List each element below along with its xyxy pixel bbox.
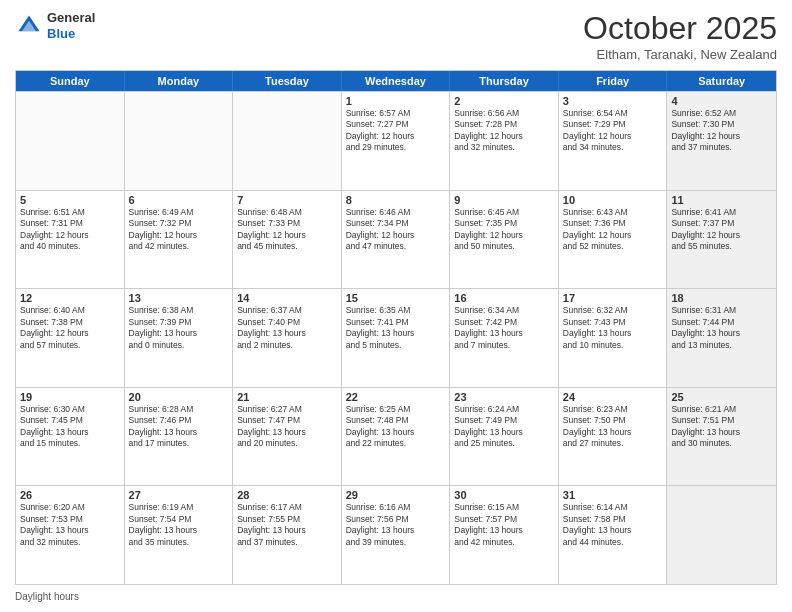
cal-cell-3-4: 23Sunrise: 6:24 AM Sunset: 7:49 PM Dayli… — [450, 388, 559, 486]
day-info: Sunrise: 6:54 AM Sunset: 7:29 PM Dayligh… — [563, 108, 663, 154]
header-day-saturday: Saturday — [667, 71, 776, 91]
day-number: 24 — [563, 391, 663, 403]
header-day-monday: Monday — [125, 71, 234, 91]
cal-cell-0-1 — [125, 92, 234, 190]
day-info: Sunrise: 6:41 AM Sunset: 7:37 PM Dayligh… — [671, 207, 772, 253]
cal-cell-0-2 — [233, 92, 342, 190]
calendar: SundayMondayTuesdayWednesdayThursdayFrid… — [15, 70, 777, 585]
day-info: Sunrise: 6:30 AM Sunset: 7:45 PM Dayligh… — [20, 404, 120, 450]
subtitle: Eltham, Taranaki, New Zealand — [583, 47, 777, 62]
day-number: 4 — [671, 95, 772, 107]
cal-cell-1-6: 11Sunrise: 6:41 AM Sunset: 7:37 PM Dayli… — [667, 191, 776, 289]
header-day-thursday: Thursday — [450, 71, 559, 91]
cal-cell-3-3: 22Sunrise: 6:25 AM Sunset: 7:48 PM Dayli… — [342, 388, 451, 486]
header: General Blue October 2025 Eltham, Tarana… — [15, 10, 777, 62]
cal-cell-0-5: 3Sunrise: 6:54 AM Sunset: 7:29 PM Daylig… — [559, 92, 668, 190]
day-info: Sunrise: 6:51 AM Sunset: 7:31 PM Dayligh… — [20, 207, 120, 253]
day-number: 22 — [346, 391, 446, 403]
calendar-header-row: SundayMondayTuesdayWednesdayThursdayFrid… — [16, 71, 776, 91]
day-info: Sunrise: 6:40 AM Sunset: 7:38 PM Dayligh… — [20, 305, 120, 351]
cal-cell-0-4: 2Sunrise: 6:56 AM Sunset: 7:28 PM Daylig… — [450, 92, 559, 190]
day-number: 17 — [563, 292, 663, 304]
cal-cell-0-6: 4Sunrise: 6:52 AM Sunset: 7:30 PM Daylig… — [667, 92, 776, 190]
day-info: Sunrise: 6:28 AM Sunset: 7:46 PM Dayligh… — [129, 404, 229, 450]
day-number: 31 — [563, 489, 663, 501]
cal-cell-3-6: 25Sunrise: 6:21 AM Sunset: 7:51 PM Dayli… — [667, 388, 776, 486]
day-number: 25 — [671, 391, 772, 403]
cal-cell-1-4: 9Sunrise: 6:45 AM Sunset: 7:35 PM Daylig… — [450, 191, 559, 289]
day-info: Sunrise: 6:23 AM Sunset: 7:50 PM Dayligh… — [563, 404, 663, 450]
footer-text: Daylight hours — [15, 591, 79, 602]
day-number: 26 — [20, 489, 120, 501]
cal-cell-2-4: 16Sunrise: 6:34 AM Sunset: 7:42 PM Dayli… — [450, 289, 559, 387]
title-block: October 2025 Eltham, Taranaki, New Zeala… — [583, 10, 777, 62]
page: General Blue October 2025 Eltham, Tarana… — [0, 0, 792, 612]
day-info: Sunrise: 6:57 AM Sunset: 7:27 PM Dayligh… — [346, 108, 446, 154]
cal-cell-3-5: 24Sunrise: 6:23 AM Sunset: 7:50 PM Dayli… — [559, 388, 668, 486]
day-number: 28 — [237, 489, 337, 501]
cal-cell-2-5: 17Sunrise: 6:32 AM Sunset: 7:43 PM Dayli… — [559, 289, 668, 387]
day-info: Sunrise: 6:37 AM Sunset: 7:40 PM Dayligh… — [237, 305, 337, 351]
cal-cell-2-2: 14Sunrise: 6:37 AM Sunset: 7:40 PM Dayli… — [233, 289, 342, 387]
cal-row-3: 19Sunrise: 6:30 AM Sunset: 7:45 PM Dayli… — [16, 387, 776, 486]
day-number: 23 — [454, 391, 554, 403]
cal-cell-4-4: 30Sunrise: 6:15 AM Sunset: 7:57 PM Dayli… — [450, 486, 559, 584]
header-day-friday: Friday — [559, 71, 668, 91]
day-info: Sunrise: 6:15 AM Sunset: 7:57 PM Dayligh… — [454, 502, 554, 548]
day-number: 18 — [671, 292, 772, 304]
day-info: Sunrise: 6:16 AM Sunset: 7:56 PM Dayligh… — [346, 502, 446, 548]
day-number: 8 — [346, 194, 446, 206]
cal-cell-3-1: 20Sunrise: 6:28 AM Sunset: 7:46 PM Dayli… — [125, 388, 234, 486]
cal-cell-4-2: 28Sunrise: 6:17 AM Sunset: 7:55 PM Dayli… — [233, 486, 342, 584]
day-info: Sunrise: 6:43 AM Sunset: 7:36 PM Dayligh… — [563, 207, 663, 253]
day-number: 13 — [129, 292, 229, 304]
day-info: Sunrise: 6:35 AM Sunset: 7:41 PM Dayligh… — [346, 305, 446, 351]
day-number: 1 — [346, 95, 446, 107]
cal-cell-1-0: 5Sunrise: 6:51 AM Sunset: 7:31 PM Daylig… — [16, 191, 125, 289]
header-day-sunday: Sunday — [16, 71, 125, 91]
day-info: Sunrise: 6:48 AM Sunset: 7:33 PM Dayligh… — [237, 207, 337, 253]
day-number: 29 — [346, 489, 446, 501]
day-info: Sunrise: 6:52 AM Sunset: 7:30 PM Dayligh… — [671, 108, 772, 154]
day-info: Sunrise: 6:38 AM Sunset: 7:39 PM Dayligh… — [129, 305, 229, 351]
footer: Daylight hours — [15, 591, 777, 602]
cal-cell-4-3: 29Sunrise: 6:16 AM Sunset: 7:56 PM Dayli… — [342, 486, 451, 584]
day-info: Sunrise: 6:32 AM Sunset: 7:43 PM Dayligh… — [563, 305, 663, 351]
day-info: Sunrise: 6:21 AM Sunset: 7:51 PM Dayligh… — [671, 404, 772, 450]
cal-cell-2-0: 12Sunrise: 6:40 AM Sunset: 7:38 PM Dayli… — [16, 289, 125, 387]
cal-cell-1-1: 6Sunrise: 6:49 AM Sunset: 7:32 PM Daylig… — [125, 191, 234, 289]
cal-cell-4-0: 26Sunrise: 6:20 AM Sunset: 7:53 PM Dayli… — [16, 486, 125, 584]
day-number: 20 — [129, 391, 229, 403]
day-info: Sunrise: 6:31 AM Sunset: 7:44 PM Dayligh… — [671, 305, 772, 351]
cal-cell-3-2: 21Sunrise: 6:27 AM Sunset: 7:47 PM Dayli… — [233, 388, 342, 486]
day-info: Sunrise: 6:24 AM Sunset: 7:49 PM Dayligh… — [454, 404, 554, 450]
cal-cell-1-3: 8Sunrise: 6:46 AM Sunset: 7:34 PM Daylig… — [342, 191, 451, 289]
day-number: 2 — [454, 95, 554, 107]
header-day-wednesday: Wednesday — [342, 71, 451, 91]
day-info: Sunrise: 6:45 AM Sunset: 7:35 PM Dayligh… — [454, 207, 554, 253]
day-info: Sunrise: 6:49 AM Sunset: 7:32 PM Dayligh… — [129, 207, 229, 253]
cal-cell-4-6 — [667, 486, 776, 584]
logo: General Blue — [15, 10, 95, 41]
cal-cell-2-1: 13Sunrise: 6:38 AM Sunset: 7:39 PM Dayli… — [125, 289, 234, 387]
cal-row-2: 12Sunrise: 6:40 AM Sunset: 7:38 PM Dayli… — [16, 288, 776, 387]
cal-cell-2-3: 15Sunrise: 6:35 AM Sunset: 7:41 PM Dayli… — [342, 289, 451, 387]
cal-cell-1-2: 7Sunrise: 6:48 AM Sunset: 7:33 PM Daylig… — [233, 191, 342, 289]
day-number: 10 — [563, 194, 663, 206]
logo-general: General — [47, 10, 95, 26]
cal-cell-4-5: 31Sunrise: 6:14 AM Sunset: 7:58 PM Dayli… — [559, 486, 668, 584]
header-day-tuesday: Tuesday — [233, 71, 342, 91]
day-number: 14 — [237, 292, 337, 304]
day-number: 9 — [454, 194, 554, 206]
day-info: Sunrise: 6:46 AM Sunset: 7:34 PM Dayligh… — [346, 207, 446, 253]
day-number: 27 — [129, 489, 229, 501]
day-info: Sunrise: 6:20 AM Sunset: 7:53 PM Dayligh… — [20, 502, 120, 548]
day-info: Sunrise: 6:19 AM Sunset: 7:54 PM Dayligh… — [129, 502, 229, 548]
day-info: Sunrise: 6:34 AM Sunset: 7:42 PM Dayligh… — [454, 305, 554, 351]
cal-cell-0-0 — [16, 92, 125, 190]
day-info: Sunrise: 6:56 AM Sunset: 7:28 PM Dayligh… — [454, 108, 554, 154]
day-number: 16 — [454, 292, 554, 304]
cal-row-0: 1Sunrise: 6:57 AM Sunset: 7:27 PM Daylig… — [16, 91, 776, 190]
day-number: 6 — [129, 194, 229, 206]
day-info: Sunrise: 6:25 AM Sunset: 7:48 PM Dayligh… — [346, 404, 446, 450]
